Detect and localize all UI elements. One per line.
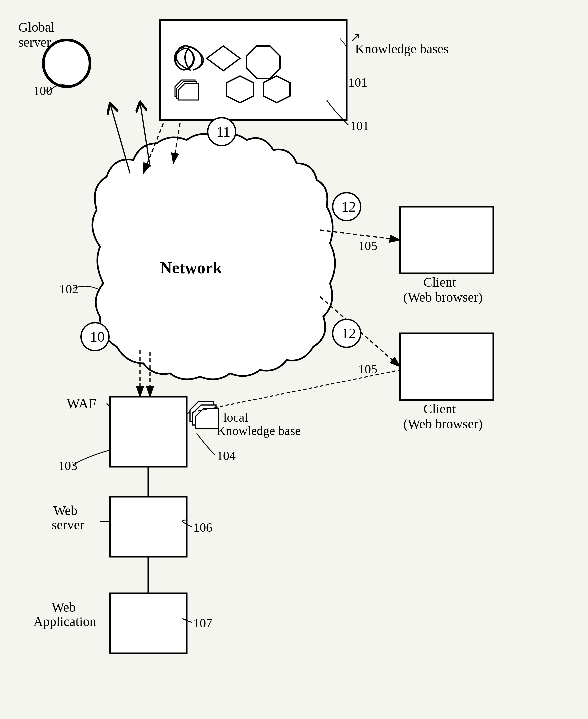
web-server-label-2: server bbox=[52, 517, 84, 532]
label-103: 103 bbox=[58, 459, 77, 473]
client2-box bbox=[400, 333, 493, 400]
svg-text:server: server bbox=[18, 35, 51, 50]
knowledge-bases-label: Knowledge bases bbox=[355, 41, 449, 56]
global-server-label: Global bbox=[18, 20, 55, 35]
web-server-box bbox=[110, 497, 187, 557]
local-kb-label-1: local bbox=[223, 410, 248, 424]
label-106: 106 bbox=[193, 520, 212, 534]
client1-label-1: Client bbox=[423, 275, 456, 290]
label-102: 102 bbox=[59, 282, 78, 296]
kb-ref-101: 101 bbox=[350, 119, 369, 133]
label-107: 107 bbox=[193, 616, 212, 630]
network-label: Network bbox=[160, 258, 222, 277]
label-12b: 12 bbox=[341, 325, 356, 342]
client1-box bbox=[400, 207, 493, 273]
label-10: 10 bbox=[90, 329, 105, 345]
local-kb-label-2: Knowledge base bbox=[217, 424, 301, 438]
svg-rect-1 bbox=[160, 20, 346, 120]
label-12a: 12 bbox=[341, 199, 356, 215]
local-kb-icon bbox=[190, 402, 219, 428]
client1-label-2: (Web browser) bbox=[403, 290, 483, 305]
label-104: 104 bbox=[217, 449, 236, 463]
svg-text:101: 101 bbox=[348, 75, 368, 89]
diagram-container: Knowledge bases ↗ 101 Global server 100 … bbox=[0, 0, 588, 719]
kb-id: ↗ bbox=[350, 30, 361, 44]
waf-label: WAF bbox=[67, 396, 96, 411]
web-app-label-2: Application bbox=[33, 614, 96, 629]
label-11: 11 bbox=[216, 124, 230, 140]
client2-label-1: Client bbox=[423, 401, 456, 416]
web-app-label-1: Web bbox=[52, 600, 76, 615]
client2-label-2: (Web browser) bbox=[403, 416, 483, 431]
label-105-2: 105 bbox=[358, 362, 377, 376]
waf-box bbox=[110, 397, 187, 467]
web-app-box bbox=[110, 593, 187, 653]
label-105-1: 105 bbox=[358, 239, 377, 253]
web-server-label-1: Web bbox=[53, 503, 77, 518]
